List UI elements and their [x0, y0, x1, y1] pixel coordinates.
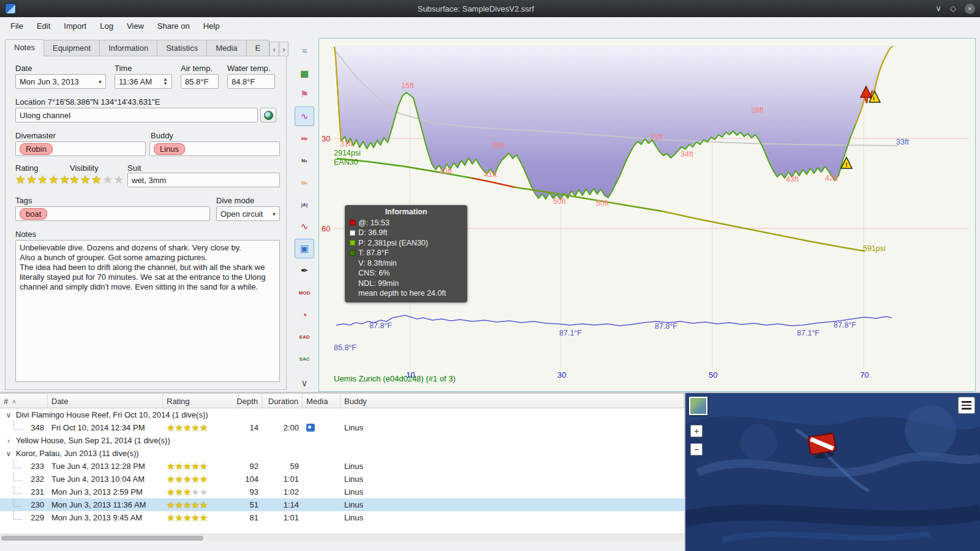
trip-header[interactable]: ›Yellow House, Sun Sep 21, 2014 (1 dive(… — [0, 434, 684, 447]
tab-notes[interactable]: Notes — [5, 39, 44, 56]
tab-e[interactable]: E — [246, 40, 270, 56]
star-icon: ★ — [200, 487, 208, 497]
sort-ascending-icon: ∧ — [12, 398, 16, 405]
menu-item-edit[interactable]: Edit — [30, 19, 57, 33]
dive-date-cell: Mon Jun 3, 2013 2:59 PM — [48, 485, 163, 498]
divemaster-chip[interactable]: Robin — [20, 143, 53, 155]
scrollbar-thumb[interactable] — [1, 536, 203, 541]
column-header-rating[interactable]: Rating — [163, 394, 239, 408]
profile-toolbar-gas-label-icon[interactable]: |A| — [295, 195, 314, 214]
column-header-duration[interactable]: Duration — [262, 394, 303, 408]
collapse-icon[interactable]: ∨ — [5, 449, 12, 458]
expand-icon[interactable]: › — [5, 437, 12, 445]
dive-row[interactable]: 232Tue Jun 4, 2013 10:04 AM★★★★★1041:01L… — [0, 473, 684, 485]
tab-statistics[interactable]: Statistics — [157, 40, 207, 56]
air-temp-label: Air temp. — [181, 64, 213, 73]
trip-row[interactable]: ∨Divi Flamingo House Reef, Fri Oct 10, 2… — [0, 408, 684, 421]
menu-item-log[interactable]: Log — [93, 19, 120, 33]
profile-label-depth: 50ft — [596, 199, 609, 208]
profile-toolbar-pp-he-icon[interactable]: He — [295, 129, 314, 148]
dive-rating-stars: ★★★★★ — [167, 423, 208, 432]
rating-label: Rating — [15, 163, 39, 173]
notes-textarea[interactable]: Unbelievable dive. Dozens and dozens of … — [15, 240, 280, 382]
trip-row[interactable]: ›Yellow House, Sun Sep 21, 2014 (1 dive(… — [0, 434, 684, 447]
dive-row[interactable]: 230Mon Jun 3, 2013 11:36 AM★★★★★511:14Li… — [0, 498, 684, 511]
collapse-icon[interactable]: ∨ — [5, 411, 12, 419]
profile-toolbar-photos-icon[interactable]: ▣ — [295, 239, 314, 258]
star-icon: ★ — [167, 474, 175, 484]
suit-input[interactable]: wet, 3mm — [127, 173, 280, 187]
tab-equipment[interactable]: Equipment — [43, 40, 100, 56]
minimap-button[interactable] — [689, 397, 707, 415]
profile-toolbar-events-icon[interactable]: ⚑ — [295, 84, 314, 104]
menu-item-share-on[interactable]: Share on — [151, 19, 197, 33]
date-select[interactable]: Mon Jun 3, 2013 ▾ — [15, 74, 106, 89]
tab-information[interactable]: Information — [99, 40, 157, 56]
title-bar: Subsurface: SampleDivesV2.ssrf ∨ ◇ × — [0, 0, 980, 17]
location-input[interactable]: Ulong channel — [15, 108, 258, 122]
star-icon: ★ — [48, 174, 59, 186]
tab-scroll-prev-button[interactable]: ‹ — [270, 42, 279, 56]
zoom-out-button[interactable]: − — [690, 443, 703, 455]
info-marker-icon — [350, 250, 355, 256]
dive-map[interactable]: + − — [685, 393, 980, 551]
dive-number-cell: 348 — [0, 421, 48, 434]
buddy-chip[interactable]: Linus — [154, 143, 185, 155]
profile-toolbar-scroll-down-button[interactable]: ∨ — [295, 373, 314, 393]
trip-row[interactable]: ∨Koror, Palau, Jun 2013 (11 dive(s)) — [0, 447, 684, 460]
dive-row[interactable]: 233Tue Jun 4, 2013 12:28 PM★★★★★9259Linu… — [0, 460, 684, 473]
visibility-stars[interactable]: ★★★★★ — [69, 174, 124, 186]
profile-toolbar-pen-icon[interactable]: ✒ — [295, 261, 314, 280]
divemaster-input[interactable]: Robin — [15, 141, 146, 156]
dive-row[interactable]: 231Mon Jun 3, 2013 2:59 PM★★★★★931:02Lin… — [0, 485, 684, 498]
trip-header[interactable]: ∨Koror, Palau, Jun 2013 (11 dive(s)) — [0, 447, 684, 460]
close-icon[interactable]: × — [965, 4, 975, 14]
maximize-icon[interactable]: ◇ — [950, 4, 956, 13]
column-header-buddy[interactable]: Buddy — [341, 394, 684, 408]
menu-item-file[interactable]: File — [4, 19, 30, 33]
column-header-date[interactable]: Date — [48, 394, 163, 408]
profile-toolbar-overlay-icon[interactable]: ∿ — [295, 107, 314, 126]
dive-profile-chart[interactable]: ! ! 15ft28ft31ft35ft40ft41ft31ft34ft43ft… — [318, 38, 976, 392]
tags-input[interactable]: boat — [15, 206, 210, 221]
air-temp-field[interactable]: 85.8°F — [181, 74, 219, 89]
dive-mode-select[interactable]: Open circuit ▾ — [216, 206, 280, 221]
profile-toolbar-ndl-icon[interactable]: ◔ — [295, 305, 314, 324]
minimize-icon[interactable]: ∨ — [935, 4, 941, 13]
tab-scroll-next-button[interactable]: › — [279, 42, 288, 56]
buddy-input[interactable]: Linus — [149, 141, 280, 156]
menu-item-view[interactable]: View — [120, 19, 151, 33]
zoom-in-button[interactable]: + — [690, 425, 703, 437]
profile-toolbar-heartrate-icon[interactable]: ∿ — [295, 217, 314, 236]
suit-label: Suit — [127, 163, 141, 173]
profile-toolbar-swimmer-icon[interactable]: ≈ — [295, 40, 314, 60]
map-menu-button[interactable] — [958, 397, 975, 414]
profile-toolbar-pp-n2-icon[interactable]: N₂ — [295, 151, 314, 170]
rating-stars[interactable]: ★★★★★ — [15, 174, 70, 186]
tab-media[interactable]: Media — [206, 40, 246, 56]
column-header-media[interactable]: Media — [303, 394, 341, 408]
star-icon: ★ — [191, 487, 199, 497]
profile-toolbar-mod-icon[interactable]: MOD — [295, 283, 314, 302]
dive-row[interactable]: 229Mon Jun 3, 2013 9:45 AM★★★★★811:01Lin… — [0, 511, 684, 524]
trip-header[interactable]: ∨Divi Flamingo House Reef, Fri Oct 10, 2… — [0, 408, 684, 421]
star-icon: ★ — [191, 474, 199, 484]
profile-toolbar-ead-icon[interactable]: EAD — [295, 327, 314, 347]
dive-row[interactable]: 348Fri Oct 10, 2014 12:34 PM★★★★★142:00L… — [0, 421, 684, 434]
menu-item-import[interactable]: Import — [57, 19, 93, 33]
hamburger-icon — [962, 401, 971, 403]
star-icon: ★ — [175, 487, 183, 497]
spinner-arrows-icon[interactable]: ▲▼ — [163, 77, 168, 86]
menu-item-help[interactable]: Help — [197, 19, 227, 33]
tag-chip[interactable]: boat — [20, 208, 47, 220]
profile-toolbar-pp-o2-icon[interactable]: O₂ — [295, 173, 314, 192]
globe-button[interactable] — [260, 108, 276, 122]
profile-toolbar-ceiling-icon[interactable]: ▅ — [295, 62, 314, 82]
column-header-[interactable]: #∧ — [0, 394, 48, 408]
location-value: Ulong channel — [20, 111, 254, 120]
horizontal-scrollbar[interactable] — [0, 534, 684, 541]
profile-toolbar-sac-icon[interactable]: SAC — [295, 349, 314, 369]
column-header-depth[interactable]: Depth — [239, 394, 262, 408]
water-temp-field[interactable]: 84.8°F — [227, 74, 275, 89]
time-stepper[interactable]: 11:36 AM ▲▼ — [115, 74, 172, 89]
